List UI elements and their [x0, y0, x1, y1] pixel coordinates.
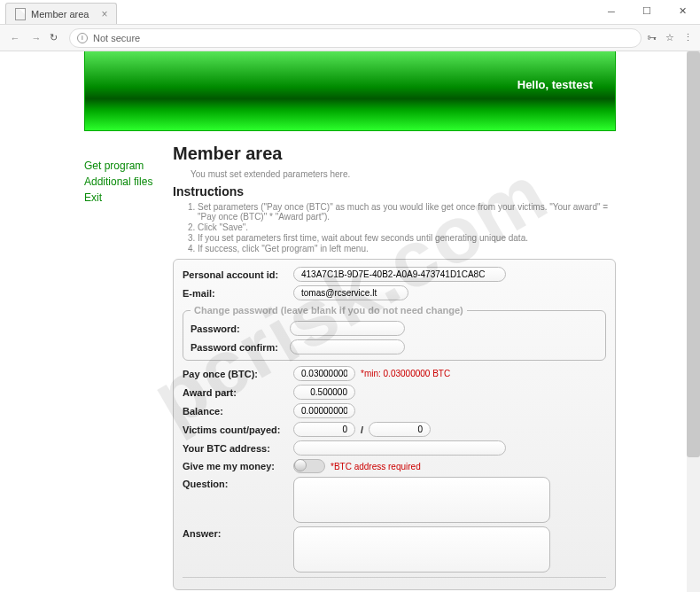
change-password-group: Change password (leave blank if you do n… [183, 305, 606, 361]
separator [183, 577, 606, 578]
answer-label: Answer: [183, 526, 293, 539]
list-item: If you set parameters first time, wait a… [198, 233, 616, 243]
sidebar-item-exit[interactable]: Exit [84, 190, 173, 206]
award-field[interactable] [293, 385, 355, 400]
slash-separator: / [361, 425, 363, 435]
btc-address-field[interactable] [293, 440, 506, 456]
password-confirm-field[interactable] [290, 339, 405, 354]
payonce-field[interactable] [293, 366, 355, 381]
hello-user: Hello, testtest [517, 78, 593, 91]
sidebar-item-additional[interactable]: Additional files [84, 174, 173, 190]
window-maximize-button[interactable]: ☐ [629, 0, 665, 22]
page-title: Member area [173, 144, 616, 164]
document-icon [15, 8, 26, 20]
password-confirm-label: Password confirm: [191, 342, 290, 353]
award-label: Award part: [183, 387, 293, 398]
window-minimize-button[interactable]: ─ [594, 0, 629, 22]
form-panel: Personal account id: E-mail: Change pass… [173, 259, 616, 590]
page-header: Hello, testtest [84, 51, 616, 131]
list-item: Click "Save". [198, 222, 616, 232]
password-field[interactable] [290, 321, 405, 336]
instructions-list: Set parameters ("Pay once (BTC)" as much… [198, 202, 616, 253]
forward-icon: → [28, 33, 44, 43]
balance-label: Balance: [183, 406, 293, 417]
star-icon[interactable]: ☆ [665, 32, 674, 43]
tagline: You must set extended parameters here. [191, 169, 616, 179]
email-field[interactable] [293, 285, 408, 300]
victims-label: Victims count/payed: [183, 425, 293, 435]
money-toggle[interactable] [293, 459, 325, 473]
address-field[interactable]: i Not secure [69, 28, 642, 48]
password-label: Password: [191, 323, 290, 334]
browser-toolbar: ← → ↻ i Not secure 🗝 ☆ ⋮ [0, 25, 700, 51]
close-icon[interactable]: × [101, 8, 107, 20]
payonce-hint: *min: 0.03000000 BTC [361, 369, 450, 378]
money-hint: *BTC address required [331, 462, 421, 471]
change-password-legend: Change password (leave blank if you do n… [191, 305, 467, 315]
question-textarea[interactable] [293, 477, 550, 523]
list-item: Set parameters ("Pay once (BTC)" as much… [198, 202, 616, 222]
account-id-field[interactable] [293, 267, 506, 282]
key-icon[interactable]: 🗝 [647, 32, 657, 43]
balance-field [293, 403, 355, 418]
info-icon[interactable]: i [77, 33, 88, 43]
instructions-heading: Instructions [173, 184, 616, 199]
toggle-knob [294, 459, 307, 471]
not-secure-label: Not secure [93, 33, 140, 43]
answer-textarea[interactable] [293, 526, 550, 573]
money-label: Give me my money: [183, 461, 293, 471]
window-close-button[interactable]: ✕ [665, 0, 700, 22]
reload-icon[interactable]: ↻ [50, 32, 64, 43]
scrollbar-thumb[interactable] [687, 51, 700, 457]
back-icon[interactable]: ← [7, 33, 23, 43]
menu-icon[interactable]: ⋮ [683, 32, 693, 43]
sidebar-item-getprogram[interactable]: Get program [84, 158, 173, 174]
victims-payed-field [369, 422, 431, 437]
account-id-label: Personal account id: [183, 269, 293, 280]
victims-count-field [293, 422, 355, 437]
sidebar: Get program Additional files Exit [84, 131, 173, 590]
btc-address-label: Your BTC address: [183, 443, 293, 454]
payonce-label: Pay once (BTC): [183, 369, 293, 379]
email-label: E-mail: [183, 288, 293, 299]
scrollbar[interactable] [687, 51, 700, 592]
browser-titlebar: Member area × ─ ☐ ✕ [0, 0, 700, 25]
list-item: If success, click "Get program" in left … [198, 244, 616, 253]
browser-tab[interactable]: Member area × [5, 3, 117, 24]
tab-title: Member area [31, 9, 89, 19]
question-label: Question: [183, 477, 293, 489]
